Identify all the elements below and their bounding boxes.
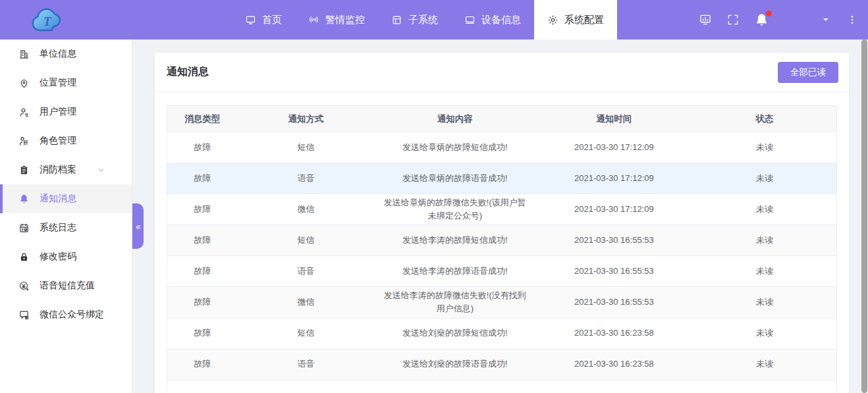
table-cell: 2021-03-30 16:23:58 [535, 318, 693, 349]
table-cell: 未读 [693, 132, 837, 163]
table-cell: 2021-03-30 16:55:53 [535, 256, 693, 287]
scrollbar-thumb[interactable] [861, 39, 867, 393]
clipboard-icon [18, 165, 30, 176]
column-header-0: 消息类型 [167, 106, 238, 132]
sidebar-collapse-button[interactable]: « [132, 203, 144, 249]
page-title: 通知消息 [167, 65, 209, 79]
table-row[interactable]: 故障短信发送给章炳的故障短信成功!2021-03-30 17:12:09未读 [167, 132, 837, 163]
table-cell: 2021-03-30 16:55:53 [535, 225, 693, 256]
sidebar-item-label: 语音短信充值 [40, 280, 95, 292]
nav-item-label: 警情监控 [325, 14, 365, 26]
table-cell: 语音 [237, 256, 374, 287]
home-monitor-icon [245, 14, 256, 26]
table-cell: 2021-03-30 17:12:09 [535, 194, 693, 225]
table-container: 消息类型通知方式通知内容通知时间状态 故障短信发送给章炳的故障短信成功!2021… [155, 92, 849, 393]
notification-badge [766, 11, 772, 16]
building-icon [18, 49, 30, 60]
bell-button[interactable] [754, 13, 769, 28]
table-header-row: 消息类型通知方式通知内容通知时间状态 [167, 106, 837, 132]
role-icon [18, 136, 30, 147]
table-cell: 2021-03-30 17:12:09 [535, 132, 693, 163]
nav-item-label: 子系统 [408, 14, 438, 26]
table-row[interactable]: 故障短信发送给李涛的故障短信成功!2021-03-30 16:55:53未读 [167, 225, 837, 256]
lock-icon [18, 251, 30, 263]
table-cell: 2021-03-30 16:55:53 [535, 287, 693, 318]
sidebar-item-unit-info[interactable]: 单位信息 [0, 39, 132, 68]
table-cell: 故障 [167, 318, 238, 349]
sidebar-menu: 单位信息位置管理用户管理角色管理消防档案通知消息系统日志修改密码语音短信充值微信… [0, 39, 132, 329]
sidebar-item-system-log[interactable]: 系统日志 [0, 213, 132, 242]
sidebar-item-voice-sms-recharge[interactable]: 语音短信充值 [0, 271, 132, 300]
broadcast-icon [308, 14, 319, 26]
table-cell: 故障 [167, 132, 238, 163]
table-cell: 未读 [693, 194, 837, 225]
sidebar-item-user-mgmt[interactable]: 用户管理 [0, 97, 132, 126]
table-cell: 发送给章炳的故障微信失败!(该用户暂未绑定公众号) [375, 194, 535, 225]
nav-item-alarm-monitor[interactable]: 警情监控 [295, 0, 378, 39]
column-header-3: 通知时间 [535, 106, 693, 132]
table-cell: 故障 [167, 287, 238, 318]
sidebar-item-wechat-binding[interactable]: 微信公众号绑定 [0, 300, 132, 329]
table-cell: 短信 [237, 225, 374, 256]
table-row[interactable]: 故障微信发送给李涛的故障微信失败!(没有找到用户信息)2021-03-30 16… [167, 287, 837, 318]
caret-button[interactable] [820, 14, 832, 26]
sidebar-item-change-password[interactable]: 修改密码 [0, 242, 132, 271]
table-row[interactable]: 故障语音发送给李涛的故障语音成功!2021-03-30 16:55:53未读 [167, 256, 837, 287]
sidebar-item-notifications[interactable]: 通知消息 [0, 184, 132, 213]
table-row[interactable]: 故障微信发送给章炳的故障微信失败!(该用户暂未绑定公众号)2021-03-30 … [167, 194, 837, 225]
table-row[interactable]: 故障短信发送给刘燊的故障短信成功!2021-03-30 16:23:58未读 [167, 318, 837, 349]
top-navbar: T 首页警情监控子系统设备信息系统配置 [0, 0, 868, 39]
table-row[interactable]: 故障语音发送给刘燊的故障语音成功!2021-03-30 16:23:58未读 [167, 349, 837, 380]
nav-item-system-config[interactable]: 系统配置 [534, 0, 617, 39]
nav-item-home[interactable]: 首页 [232, 0, 295, 39]
location-icon [18, 78, 30, 89]
sidebar-item-label: 消防档案 [40, 164, 76, 176]
svg-text:T: T [43, 14, 52, 28]
sidebar: 单位信息位置管理用户管理角色管理消防档案通知消息系统日志修改密码语音短信充值微信… [0, 39, 132, 393]
table-cell: 未读 [693, 349, 837, 380]
sidebar-item-fire-archive[interactable]: 消防档案 [0, 155, 132, 184]
stats-button[interactable] [699, 13, 712, 26]
table-cell: 语音 [237, 163, 374, 194]
sidebar-item-label: 修改密码 [40, 251, 76, 263]
sidebar-item-label: 用户管理 [40, 106, 76, 118]
nav-item-label: 首页 [262, 14, 282, 26]
table-cell: 未读 [693, 225, 837, 256]
table-cell [535, 380, 693, 393]
main-content: 通知消息 全部已读 消息类型通知方式通知内容通知时间状态 故障短信发送给章炳的故… [132, 39, 860, 393]
sidebar-item-label: 位置管理 [40, 77, 76, 89]
sidebar-item-label: 单位信息 [40, 48, 76, 60]
sidebar-item-label: 系统日志 [40, 222, 76, 234]
table-cell: 发送给李涛的故障微信失败!(没有找到用户信息) [375, 287, 535, 318]
sidebar-item-location-mgmt[interactable]: 位置管理 [0, 68, 132, 97]
mark-all-read-button[interactable]: 全部已读 [778, 62, 838, 83]
sidebar-item-role-mgmt[interactable]: 角色管理 [0, 126, 132, 155]
table-cell: 发送给章炳的故障短信成功! [375, 132, 535, 163]
log-icon [18, 223, 30, 234]
chat-icon [18, 309, 30, 321]
table-cell: 2021-03-30 16:23:58 [535, 349, 693, 380]
notifications-card: 通知消息 全部已读 消息类型通知方式通知内容通知时间状态 故障短信发送给章炳的故… [155, 53, 849, 393]
stats-icon [699, 13, 712, 26]
table-cell: 短信 [237, 318, 374, 349]
nav-item-subsystem[interactable]: 子系统 [378, 0, 451, 39]
table-cell: 未读 [693, 163, 837, 194]
table-cell: 故障 [167, 163, 238, 194]
table-cell: 发送给章炳的故障语音成功! [375, 163, 535, 194]
sidebar-item-label: 微信公众号绑定 [40, 309, 104, 321]
kebab-button[interactable] [846, 14, 858, 26]
collapse-chevrons-icon: « [136, 221, 140, 232]
coin-icon [18, 280, 30, 292]
nav-item-device-info[interactable]: 设备信息 [451, 0, 534, 39]
table-cell: 故障 [167, 225, 238, 256]
vertical-scrollbar[interactable] [860, 39, 868, 393]
fullscreen-button[interactable] [726, 13, 740, 26]
table-cell [167, 380, 238, 393]
sidebar-item-label: 通知消息 [40, 193, 76, 205]
header-actions [692, 0, 865, 39]
table-row[interactable]: 故障语音发送给章炳的故障语音成功!2021-03-30 17:12:09未读 [167, 163, 837, 194]
table-cell: 语音 [237, 349, 374, 380]
nav-item-label: 系统配置 [564, 14, 604, 26]
app-logo[interactable]: T [17, 4, 80, 36]
table-cell: 发送给刘燊的故障语音成功! [375, 349, 535, 380]
